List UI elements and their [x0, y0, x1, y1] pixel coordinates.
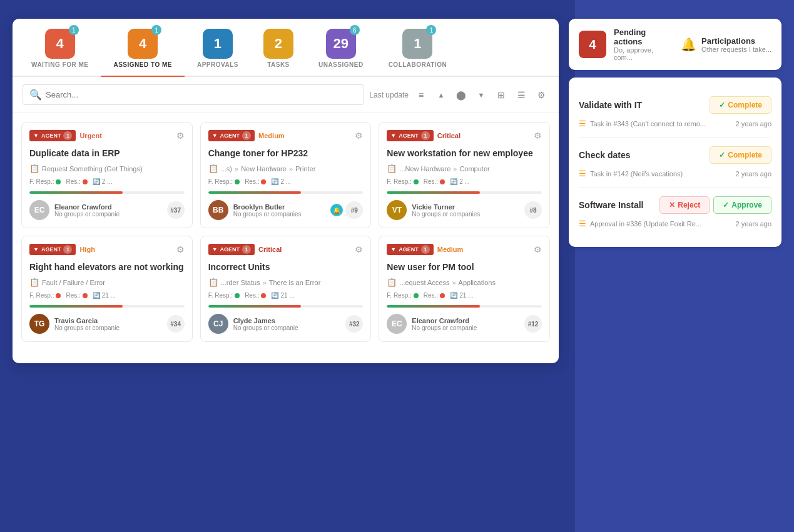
agent-name: Travis Garcia [54, 317, 120, 324]
reject-button[interactable]: ✕ Reject [659, 196, 710, 214]
avatar-info: Vickie Turner No groups or companies [412, 203, 480, 218]
avatar-info: Eleanor Crawford No groups or companie [54, 203, 120, 218]
f-resp-meta: F. Resp.: [29, 292, 61, 299]
progress-bar [208, 191, 364, 194]
refresh-meta: 🔄 21 ... [93, 292, 116, 299]
ticket-card[interactable]: ▼ AGENT 1 Urgent ⚙ Duplicate data in ERP… [21, 122, 193, 228]
card-settings-icon[interactable]: ⚙ [176, 131, 185, 141]
filter-high-icon[interactable]: ▼ [474, 88, 489, 103]
avatar-wrap: BB Brooklyn Butler No groups or companie… [208, 200, 302, 220]
action-header: Validate with IT ✓ Complete [579, 96, 771, 114]
card-meta: F. Resp.: Res.: 🔄 21 ... [208, 292, 364, 299]
action-header: Check dates ✓ Complete [579, 146, 771, 164]
tab-label: APPROVALS [197, 61, 238, 68]
action-header: Software Install ✕ Reject ✓ Approve [579, 196, 771, 214]
tab-unassigned[interactable]: 29 6 UNASSIGNED [306, 19, 376, 76]
complete-button[interactable]: ✓ Complete [710, 96, 771, 114]
res-label: Res.: [424, 292, 438, 299]
card-category: 📋 ...equest Access » Applications [387, 278, 542, 287]
right-panel: 4 Pending actions Do, approve, com... 🔔 … [569, 19, 781, 363]
list-icon[interactable]: ☰ [514, 88, 529, 103]
filter-low-icon[interactable]: ▲ [434, 88, 449, 103]
res-meta: Res.: [245, 178, 266, 185]
progress-bar [387, 191, 542, 194]
avatar-wrap: TG Travis Garcia No groups or companie [29, 314, 120, 334]
card-settings-icon[interactable]: ⚙ [355, 131, 363, 141]
ticket-card[interactable]: ▼ AGENT 1 Medium ⚙ New user for PM tool … [379, 236, 550, 342]
avatar-wrap: CJ Clyde James No groups or companie [208, 314, 298, 334]
tab-notif: 1 [426, 25, 436, 35]
tab-collaboration[interactable]: 1 1 COLLABORATION [376, 19, 460, 76]
tab-waiting-for-me[interactable]: 4 1 WAITING FOR ME [19, 19, 101, 76]
card-settings-icon[interactable]: ⚙ [176, 244, 185, 254]
x-icon: ✕ [669, 201, 675, 209]
card-settings-icon[interactable]: ⚙ [534, 244, 542, 254]
res-dot [440, 293, 445, 298]
settings-icon[interactable]: ⚙ [534, 88, 549, 103]
agent-label: AGENT [220, 246, 240, 253]
refresh-icon: 🔄 [271, 292, 278, 299]
task-text: Approval in #336 (Update Foxit Re... [590, 220, 701, 228]
avatar-info: Brooklyn Butler No groups or companies [233, 203, 302, 218]
ticket-card[interactable]: ▼ AGENT 1 Critical ⚙ Incorrect Units 📋 .… [200, 236, 372, 342]
res-label: Res.: [245, 178, 259, 185]
category-icon: 📋 [29, 164, 39, 173]
refresh-count: 21 ... [102, 292, 116, 299]
tab-tasks[interactable]: 2 TASKS [251, 19, 306, 76]
sort-icon[interactable]: ≡ [414, 88, 429, 103]
card-title: Change toner for HP232 [208, 148, 364, 159]
refresh-count: 2 ... [102, 178, 113, 185]
complete-button[interactable]: ✓ Complete [710, 146, 771, 164]
f-resp-label: F. Resp.: [29, 292, 54, 299]
avatar-wrap: EC Eleanor Crawford No groups or compani… [29, 200, 120, 220]
card-header: ▼ AGENT 1 High ⚙ [29, 244, 185, 255]
card-settings-icon[interactable]: ⚙ [534, 131, 542, 141]
search-icon: 🔍 [29, 89, 42, 101]
card-settings-icon[interactable]: ⚙ [355, 244, 363, 254]
ticket-number: #37 [167, 201, 185, 219]
approve-button[interactable]: ✓ Approve [713, 196, 771, 214]
card-category: 📋 Request Something (Get Things) [29, 164, 185, 173]
partic-sub: Other requests I take... [701, 46, 771, 53]
refresh-count: 21 ... [459, 292, 473, 299]
breadcrumb-cat: ...New Hardware [399, 165, 450, 173]
ticket-card[interactable]: ▼ AGENT 1 Medium ⚙ Change toner for HP23… [200, 122, 372, 228]
search-input[interactable] [46, 90, 357, 99]
ticket-card[interactable]: ▼ AGENT 1 Critical ⚙ New workstation for… [379, 122, 550, 228]
f-resp-label: F. Resp.: [208, 178, 233, 185]
card-footer: VT Vickie Turner No groups or companies … [387, 200, 542, 220]
tab-badge-wrap: 1 1 [402, 29, 432, 59]
priority-badge: Critical [258, 246, 282, 253]
card-category: 📋 ...New Hardware » Computer [387, 164, 542, 173]
ticket-number: #34 [167, 315, 185, 333]
card-meta: F. Resp.: Res.: 🔄 21 ... [29, 292, 185, 299]
card-header: ▼ AGENT 1 Medium ⚙ [208, 130, 364, 141]
tab-assigned-to-me[interactable]: 4 1 ASSIGNED TO ME [101, 19, 185, 76]
res-meta: Res.: [424, 178, 445, 185]
task-time: 2 years ago [736, 120, 771, 128]
ticket-number: #12 [524, 315, 542, 333]
card-footer: CJ Clyde James No groups or companie #32 [208, 314, 364, 334]
agent-badge: ▼ AGENT 1 [387, 244, 433, 255]
avatar-info: Travis Garcia No groups or companie [54, 317, 120, 331]
card-category: 📋 Fault / Failure / Error [29, 278, 185, 287]
breadcrumb-cat: ...s) [221, 165, 232, 173]
progress-fill [208, 305, 302, 308]
ticket-card[interactable]: ▼ AGENT 1 High ⚙ Right hand elevators ar… [21, 236, 193, 342]
filter-mid-icon[interactable]: ⬤ [454, 88, 469, 103]
search-box[interactable]: 🔍 [23, 84, 364, 105]
refresh-icon: 🔄 [271, 178, 278, 185]
avatar: TG [29, 314, 49, 334]
res-meta: Res.: [66, 178, 87, 185]
card-header-left: ▼ AGENT 1 Critical [387, 130, 461, 141]
complete-label: Complete [728, 101, 762, 109]
card-title: Duplicate data in ERP [29, 148, 185, 159]
expand-icon[interactable]: ⊞ [494, 88, 509, 103]
breadcrumb-cat: ...equest Access [399, 279, 449, 286]
check-icon: ✓ [719, 101, 725, 109]
tab-badge-wrap: 2 [263, 29, 293, 59]
avatar: EC [387, 314, 407, 334]
tab-approvals[interactable]: 1 APPROVALS [185, 19, 251, 76]
f-resp-dot [56, 179, 61, 184]
task-text: Task in #142 (Neil's vacations) [590, 170, 683, 178]
